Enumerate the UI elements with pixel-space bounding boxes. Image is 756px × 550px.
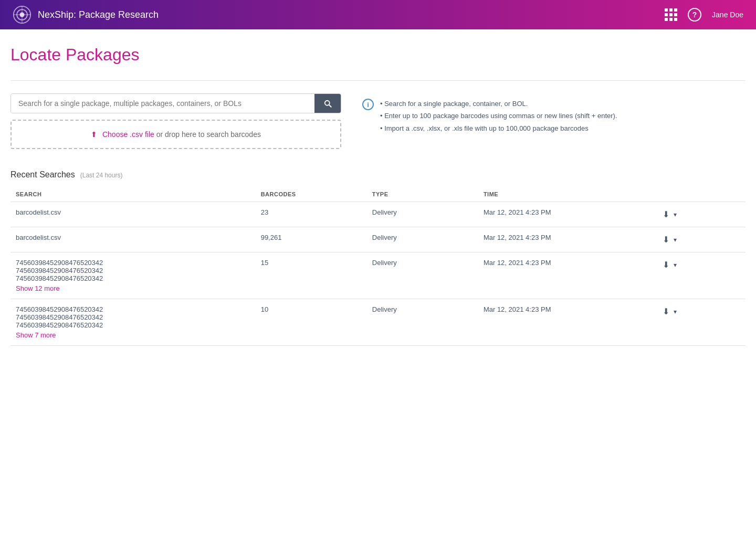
table-body: barcodelist.csv 23 Delivery Mar 12, 2021… — [10, 202, 746, 346]
search-cell-2[interactable]: barcodelist.csv — [10, 227, 256, 252]
help-icon[interactable]: ? — [688, 8, 701, 22]
user-name[interactable]: Jane Doe — [712, 10, 743, 19]
search-cell-4[interactable]: 74560398452908476520342 7456039845290847… — [10, 299, 256, 346]
time-cell-2: Mar 12, 2021 4:23 PM — [478, 227, 656, 252]
header-right: ? Jane Doe — [665, 8, 743, 22]
download-button-2[interactable]: ⬇ — [662, 234, 670, 246]
show-more-link-4[interactable]: Show 7 more — [16, 331, 250, 339]
recent-searches-subtitle: (Last 24 hours) — [80, 172, 123, 179]
choose-csv-link[interactable]: Choose .csv file — [102, 130, 154, 139]
barcode-line-2: 74560398452908476520342 — [16, 267, 250, 274]
barcode-line-3: 74560398452908476520342 — [16, 274, 250, 282]
type-cell-3: Delivery — [367, 252, 478, 299]
download-button-4[interactable]: ⬇ — [662, 305, 670, 318]
recent-searches-section: Recent Searches (Last 24 hours) SEARCH B… — [10, 170, 746, 346]
recent-searches-title: Recent Searches — [10, 170, 75, 179]
dropdown-button-2[interactable]: ▾ — [673, 235, 678, 245]
csv-drop-zone[interactable]: ⬆ Choose .csv file or drop here to searc… — [10, 120, 341, 149]
actions-cell-2: ⬇ ▾ — [656, 227, 746, 252]
apps-grid-icon[interactable] — [665, 8, 677, 21]
upload-icon: ⬆ — [91, 130, 97, 139]
search-input[interactable] — [11, 94, 314, 113]
actions-cell-4: ⬇ ▾ — [656, 299, 746, 346]
barcodes-cell-1: 23 — [256, 202, 367, 227]
info-tip-1: Search for a single package, container, … — [380, 98, 617, 110]
table-row: 74560398452908476520342 7456039845290847… — [10, 252, 746, 299]
search-button[interactable] — [314, 94, 341, 113]
search-info-panel: i Search for a single package, container… — [362, 93, 746, 134]
dropdown-button-3[interactable]: ▾ — [673, 260, 678, 270]
page-title: Locate Packages — [10, 45, 746, 65]
recent-searches-header: Recent Searches (Last 24 hours) — [10, 170, 746, 179]
search-cell-3[interactable]: 74560398452908476520342 7456039845290847… — [10, 252, 256, 299]
info-tip-2: Enter up to 100 package barcodes using c… — [380, 110, 617, 122]
actions-cell-3: ⬇ ▾ — [656, 252, 746, 299]
search-icon — [323, 99, 332, 108]
search-cell-1[interactable]: barcodelist.csv — [10, 202, 256, 227]
col-header-barcodes: BARCODES — [256, 187, 367, 202]
table-row: barcodelist.csv 99,261 Delivery Mar 12, … — [10, 227, 746, 252]
barcode-line-4c: 74560398452908476520342 — [16, 321, 250, 329]
download-button-1[interactable]: ⬇ — [662, 208, 670, 220]
header-left: NexShip: Package Research — [13, 5, 159, 24]
time-cell-1: Mar 12, 2021 4:23 PM — [478, 202, 656, 227]
col-header-search: SEARCH — [10, 187, 256, 202]
time-cell-3: Mar 12, 2021 4:23 PM — [478, 252, 656, 299]
col-header-time: TIME — [478, 187, 656, 202]
nexship-logo — [13, 5, 32, 24]
table-row: 74560398452908476520342 7456039845290847… — [10, 299, 746, 346]
barcodes-cell-2: 99,261 — [256, 227, 367, 252]
dropdown-button-4[interactable]: ▾ — [673, 307, 678, 316]
info-tips-list: Search for a single package, container, … — [380, 98, 617, 134]
barcode-line-4a: 74560398452908476520342 — [16, 305, 250, 313]
download-button-3[interactable]: ⬇ — [662, 259, 670, 271]
app-header: NexShip: Package Research ? Jane Doe — [0, 0, 756, 29]
table-header: SEARCH BARCODES TYPE TIME — [10, 187, 746, 202]
csv-drop-label: or drop here to search barcodes — [156, 130, 261, 139]
main-content: Locate Packages ⬆ Choose .csv file or dr… — [0, 29, 756, 362]
show-more-link-3[interactable]: Show 12 more — [16, 284, 250, 292]
title-divider — [10, 80, 746, 81]
type-cell-1: Delivery — [367, 202, 478, 227]
actions-cell-1: ⬇ ▾ — [656, 202, 746, 227]
search-bar — [10, 93, 341, 113]
info-icon: i — [362, 99, 374, 110]
time-cell-4: Mar 12, 2021 4:23 PM — [478, 299, 656, 346]
barcodes-cell-4: 10 — [256, 299, 367, 346]
type-cell-4: Delivery — [367, 299, 478, 346]
barcode-line-4b: 74560398452908476520342 — [16, 313, 250, 321]
col-header-actions — [656, 187, 746, 202]
col-header-type: TYPE — [367, 187, 478, 202]
app-title: NexShip: Package Research — [38, 9, 159, 20]
recent-searches-table: SEARCH BARCODES TYPE TIME barcodelist.cs… — [10, 187, 746, 346]
barcode-line-1: 74560398452908476520342 — [16, 259, 250, 267]
search-left-panel: ⬆ Choose .csv file or drop here to searc… — [10, 93, 341, 149]
table-row: barcodelist.csv 23 Delivery Mar 12, 2021… — [10, 202, 746, 227]
barcodes-cell-3: 15 — [256, 252, 367, 299]
info-tip-3: Import a .csv, .xlsx, or .xls file with … — [380, 122, 617, 134]
dropdown-button-1[interactable]: ▾ — [673, 210, 678, 219]
type-cell-2: Delivery — [367, 227, 478, 252]
search-section: ⬆ Choose .csv file or drop here to searc… — [10, 93, 746, 149]
